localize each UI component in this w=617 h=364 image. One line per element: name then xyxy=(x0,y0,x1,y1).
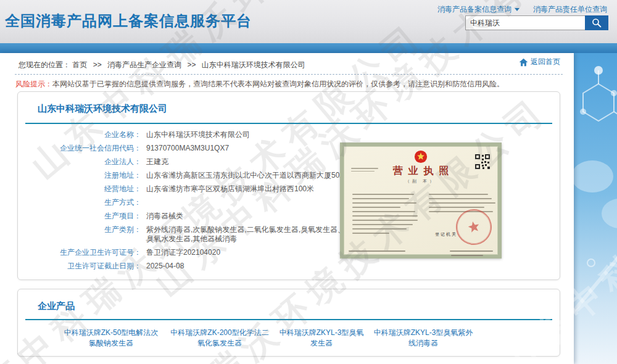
search-button[interactable] xyxy=(585,15,608,30)
dashed-divider xyxy=(15,74,563,75)
main-panel: 您现在的位置： 首页 >> 消毒产品生产企业查询 >> 山东中科瑞沃环境技术有限… xyxy=(0,53,574,364)
field-row: 企业名称： 山东中科瑞沃环境技术有限公司 xyxy=(18,130,370,139)
search-icon xyxy=(591,17,602,28)
field-row: 生产项目： 消毒器械类 xyxy=(18,212,370,221)
home-icon xyxy=(519,58,528,67)
company-fields: 企业名称： 山东中科瑞沃环境技术有限公司 企业统一社会信用代码： 9137070… xyxy=(18,130,370,275)
company-info-box: 山东中科瑞沃环境技术有限公司 企业名称： 山东中科瑞沃环境技术有限公司 企业统一… xyxy=(17,91,560,280)
field-row: 生产类别： 紫外线消毒器,次氯酸钠发生器,二氧化氯发生器,臭氧发生器、臭氧水发生… xyxy=(18,225,370,244)
field-row: 生产企业卫生许可证号： 鲁卫消证字202104020 xyxy=(18,248,370,257)
products-box: 企业产品 中科瑞沃牌ZK-50型电解法次氯酸钠发生器 中科瑞沃牌ZK-200型化… xyxy=(17,289,560,357)
page: 全国消毒产品网上备案信息服务平台 消毒产品备案信息查询 消毒产品责任单位查询 xyxy=(0,0,617,364)
products-title: 企业产品 xyxy=(38,300,75,312)
breadcrumb: 您现在的位置： 首页 >> 消毒产品生产企业查询 >> 山东中科瑞沃环境技术有限… xyxy=(19,60,305,70)
business-license-image: 营业执照 （副 本） xyxy=(340,143,502,259)
nav-record-info-query[interactable]: 消毒产品备案信息查询 xyxy=(437,4,520,15)
product-link[interactable]: 中科瑞沃牌ZKYL-3型臭氧发生器 xyxy=(278,328,365,349)
top-nav: 消毒产品备案信息查询 消毒产品责任单位查询 xyxy=(437,4,607,15)
product-link[interactable]: 中科瑞沃牌ZK-50型电解法次氯酸钠发生器 xyxy=(61,328,161,349)
qr-code xyxy=(474,154,491,170)
product-links: 中科瑞沃牌ZK-50型电解法次氯酸钠发生器 中科瑞沃牌ZK-200型化学法二氧化… xyxy=(61,328,547,349)
field-row: 经营地址： 山东省潍坊市寒亭区双杨店镇湖淋埠出村路西100米 xyxy=(18,184,370,194)
site-title: 全国消毒产品网上备案信息服务平台 xyxy=(5,11,252,31)
license-right-text-lines xyxy=(429,191,495,215)
nav-responsible-unit-query[interactable]: 消毒产品责任单位查询 xyxy=(533,4,607,15)
license-issuer-label: 登记机关 xyxy=(435,231,457,238)
back-home-link[interactable]: 返回首页 xyxy=(519,57,560,67)
license-subtitle: （副 本） xyxy=(344,178,498,184)
field-row: 企业法人： 王建克 xyxy=(18,157,370,167)
breadcrumb-current: 山东中科瑞沃环境技术有限公司 xyxy=(202,60,305,69)
title-rule xyxy=(25,123,552,124)
license-number-lines xyxy=(351,166,379,173)
field-row: 注册地址： 山东省潍坊高新区玉清东街以北中心次干道以西商新大厦502房间 xyxy=(18,171,370,180)
search-bar xyxy=(465,15,608,30)
breadcrumb-home[interactable]: 首页 xyxy=(72,60,87,69)
license-left-text-lines xyxy=(352,191,418,237)
product-link[interactable]: 中科瑞沃牌ZKYL-3型臭氧紫外线消毒器 xyxy=(373,328,473,349)
product-link[interactable]: 中科瑞沃牌ZK-200型化学法二氧化氯发生器 xyxy=(170,328,270,349)
search-input[interactable] xyxy=(465,15,585,30)
field-row: 企业统一社会信用代码： 91370700MA3M3U1QX7 xyxy=(18,144,370,153)
company-name-title: 山东中科瑞沃环境技术有限公司 xyxy=(38,103,167,115)
license-footnote-right xyxy=(450,249,493,253)
products-rule xyxy=(25,319,552,320)
seal-star-icon xyxy=(466,219,482,235)
right-decor-band xyxy=(574,53,617,364)
header: 全国消毒产品网上备案信息服务平台 消毒产品备案信息查询 消毒产品责任单位查询 xyxy=(0,0,617,43)
header-divider-bar xyxy=(0,43,617,53)
license-footnote-left xyxy=(349,249,405,253)
field-row: 卫生许可证截止日期： 2025-04-08 xyxy=(18,262,370,271)
risk-notice-label: 风险提示： xyxy=(15,80,52,88)
field-row: 生产方式： xyxy=(18,198,370,207)
national-emblem-icon xyxy=(414,150,428,163)
risk-notice: 风险提示：本网站仅基于已掌握的信息提供查询服务，查询结果不代表本网站对被查询对象… xyxy=(15,79,504,89)
chevron-down-icon xyxy=(515,8,520,11)
breadcrumb-enterprise-query[interactable]: 消毒产品生产企业查询 xyxy=(107,60,181,69)
breadcrumb-prefix: 您现在的位置： xyxy=(19,60,70,69)
